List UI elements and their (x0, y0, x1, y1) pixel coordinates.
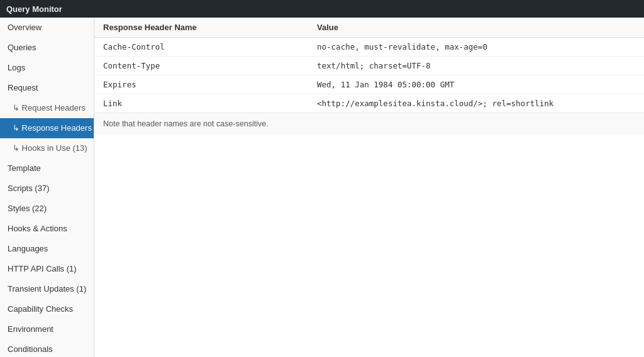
header-name-cell: Expires (94, 75, 308, 94)
app-container: Query Monitor OverviewQueriesLogsRequest… (0, 0, 644, 357)
sidebar-item-request-headers[interactable]: ↳ Request Headers (0, 98, 94, 118)
sidebar-item-environment[interactable]: Environment (0, 319, 94, 339)
title-bar: Query Monitor (0, 0, 644, 18)
sidebar-item-hooks-actions[interactable]: Hooks & Actions (0, 219, 94, 239)
header-value-cell: no-cache, must-revalidate, max-age=0 (308, 38, 644, 57)
header-name-cell: Cache-Control (94, 38, 308, 57)
content-area: Response Header Name Value Cache-Control… (94, 18, 644, 357)
sidebar-item-queries[interactable]: Queries (0, 38, 94, 58)
header-value-cell: <http://examplesitea.kinsta.cloud/>; rel… (308, 94, 644, 113)
sidebar: OverviewQueriesLogsRequest↳ Request Head… (0, 18, 94, 357)
sidebar-item-http-api-calls[interactable]: HTTP API Calls (1) (0, 259, 94, 279)
response-headers-table: Response Header Name Value Cache-Control… (94, 18, 644, 113)
header-value-cell: text/html; charset=UTF-8 (308, 57, 644, 75)
table-row: Link<http://examplesitea.kinsta.cloud/>;… (94, 94, 644, 113)
note-row: Note that header names are not case-sens… (94, 113, 644, 135)
sidebar-item-transient-updates[interactable]: Transient Updates (1) (0, 279, 94, 299)
table-row: Content-Typetext/html; charset=UTF-8 (94, 57, 644, 75)
sidebar-item-capability-checks[interactable]: Capability Checks (0, 299, 94, 319)
sidebar-item-overview[interactable]: Overview (0, 18, 94, 38)
sidebar-item-logs[interactable]: Logs (0, 58, 94, 78)
sidebar-item-response-headers[interactable]: ↳ Response Headers (0, 118, 94, 138)
app-title: Query Monitor (6, 4, 62, 14)
main-area: OverviewQueriesLogsRequest↳ Request Head… (0, 18, 644, 357)
sidebar-item-languages[interactable]: Languages (0, 239, 94, 259)
col-header-value: Value (308, 18, 644, 38)
sidebar-item-hooks-in-use[interactable]: ↳ Hooks in Use (13) (0, 138, 94, 158)
sidebar-item-styles[interactable]: Styles (22) (0, 199, 94, 219)
table-row: ExpiresWed, 11 Jan 1984 05:00:00 GMT (94, 75, 644, 94)
table-row: Cache-Controlno-cache, must-revalidate, … (94, 38, 644, 57)
col-header-name: Response Header Name (94, 18, 308, 38)
header-value-cell: Wed, 11 Jan 1984 05:00:00 GMT (308, 75, 644, 94)
sidebar-item-scripts[interactable]: Scripts (37) (0, 178, 94, 199)
sidebar-item-template[interactable]: Template (0, 158, 94, 178)
sidebar-item-conditionals[interactable]: Conditionals (0, 339, 94, 357)
note-text: Note that header names are not case-sens… (103, 119, 269, 128)
sidebar-item-request[interactable]: Request (0, 78, 94, 98)
header-name-cell: Content-Type (94, 57, 308, 75)
header-name-cell: Link (94, 94, 308, 113)
